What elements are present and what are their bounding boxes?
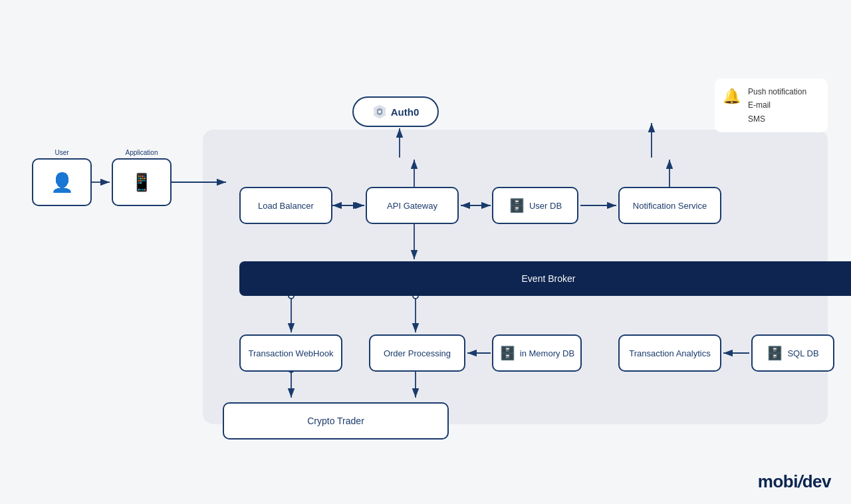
auth0-label: Auth0 bbox=[391, 106, 420, 118]
node-application: Application 📱 bbox=[112, 158, 172, 206]
memdb-label: in Memory DB bbox=[520, 348, 574, 358]
email-text: E-mail bbox=[748, 98, 818, 112]
node-user-db: 🗄️ User DB bbox=[492, 187, 578, 224]
node-user: User 👤 bbox=[32, 158, 92, 206]
node-order-processing: Order Processing bbox=[369, 334, 465, 372]
logo-slash: / bbox=[798, 471, 802, 491]
bell-icon: 🔔 bbox=[723, 84, 741, 108]
node-crypto-trader: Crypto Trader bbox=[223, 402, 449, 440]
sqldb-icon: 🗄️ bbox=[767, 345, 783, 361]
notification-info-box: 🔔 Push notification E-mail SMS bbox=[715, 78, 828, 132]
node-in-memory-db: 🗄️ in Memory DB bbox=[492, 334, 582, 372]
eventbroker-label: Event Broker bbox=[522, 273, 576, 284]
diagram-area: Auth0 🔔 Push notification E-mail SMS Use… bbox=[13, 27, 838, 477]
node-event-broker: Event Broker bbox=[239, 261, 851, 296]
node-notification-service: Notification Service bbox=[618, 187, 721, 224]
op-label: Order Processing bbox=[384, 348, 451, 358]
memdb-icon: 🗄️ bbox=[499, 345, 516, 361]
application-label: Application bbox=[126, 149, 158, 156]
user-icon: 👤 bbox=[51, 172, 74, 193]
ta-label: Transaction Analytics bbox=[629, 348, 710, 358]
node-api-gateway: API Gateway bbox=[366, 187, 459, 224]
notification-items: Push notification E-mail SMS bbox=[748, 85, 818, 126]
node-sql-db: 🗄️ SQL DB bbox=[751, 334, 834, 372]
apigw-label: API Gateway bbox=[387, 201, 437, 211]
node-auth0: Auth0 bbox=[352, 96, 439, 127]
user-label: User bbox=[55, 149, 68, 156]
node-load-balancer: Load Balancer bbox=[239, 187, 332, 224]
push-notification-text: Push notification bbox=[748, 85, 818, 98]
node-transaction-webhook: Transaction WebHook bbox=[239, 334, 342, 372]
ct-label: Crypto Trader bbox=[307, 416, 364, 426]
sms-text: SMS bbox=[748, 112, 818, 126]
notif-label: Notification Service bbox=[633, 201, 707, 211]
mobile-icon: 📱 bbox=[131, 172, 152, 193]
mobidev-logo: mobi/dev bbox=[758, 471, 831, 492]
node-transaction-analytics: Transaction Analytics bbox=[618, 334, 721, 372]
twh-label: Transaction WebHook bbox=[249, 348, 334, 358]
userdb-label: User DB bbox=[529, 201, 562, 211]
lb-label: Load Balancer bbox=[258, 201, 314, 211]
userdb-icon: 🗄️ bbox=[509, 197, 525, 213]
sqldb-label: SQL DB bbox=[787, 348, 818, 358]
svg-point-2 bbox=[378, 110, 381, 113]
